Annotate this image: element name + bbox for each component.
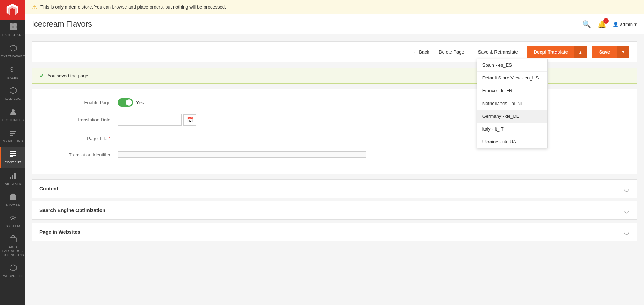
sidebar-item-system[interactable]: SYSTEM: [0, 210, 25, 232]
deepl-option-ukraine[interactable]: Ukraine - uk_UA: [477, 135, 547, 148]
marketing-icon: [9, 129, 17, 138]
svg-point-19: [12, 217, 14, 219]
svg-rect-11: [10, 151, 16, 152]
section-title-content: Content: [39, 186, 58, 192]
svg-point-7: [12, 109, 15, 112]
user-icon: 👤: [613, 22, 618, 27]
sidebar-label-dashboard: DASHBOARD: [2, 33, 24, 37]
toggle-slider: [118, 98, 133, 107]
svg-marker-21: [10, 265, 16, 271]
catalog-icon: [9, 87, 17, 95]
sidebar-item-webvision[interactable]: WEBVISION: [0, 260, 25, 282]
notification-bell[interactable]: 🔔 7: [597, 20, 606, 28]
svg-rect-12: [10, 153, 16, 154]
sidebar-items: DASHBOARD EXTENDWARE $ SALES CATALOG CUS…: [0, 20, 25, 282]
magento-logo-icon: [6, 4, 19, 16]
deepl-option-default[interactable]: Default Store View - en_US: [477, 72, 547, 84]
save-arrow-button[interactable]: ▼: [617, 46, 629, 58]
germany-arrow-indicator: →: [553, 48, 560, 56]
svg-rect-0: [10, 23, 13, 27]
success-text: You saved the page.: [48, 73, 90, 78]
page-title-label: Page Title: [39, 136, 110, 141]
system-icon: [9, 214, 17, 223]
svg-marker-6: [10, 87, 16, 94]
save-retranslate-button[interactable]: Save & Retranslate: [474, 46, 522, 57]
find-partners-icon: [9, 235, 17, 244]
sidebar-item-extendware[interactable]: EXTENDWARE: [0, 41, 25, 62]
translation-identifier-row: Translation Identifier: [39, 151, 629, 158]
sidebar-item-find-partners[interactable]: FIND PARTNERS & EXTENSIONS: [0, 232, 25, 260]
warning-icon: ⚠: [32, 4, 37, 10]
section-content: Content ◡: [32, 179, 637, 198]
page-title: Icecream Flavors: [32, 20, 92, 29]
enable-page-toggle[interactable]: [118, 98, 133, 107]
sidebar: DASHBOARD EXTENDWARE $ SALES CATALOG CUS…: [0, 0, 25, 305]
webvision-icon: [9, 264, 17, 273]
section-toggle-content: ◡: [624, 185, 629, 193]
sidebar-label-webvision: WEBVISION: [3, 274, 23, 278]
svg-rect-2: [10, 27, 13, 30]
sidebar-label-customers: CUSTOMERS: [2, 118, 24, 122]
calendar-button[interactable]: 📅: [183, 114, 196, 126]
enable-page-toggle-wrap: Yes: [118, 98, 144, 107]
chevron-down-icon: ▾: [634, 22, 637, 27]
sidebar-item-stores[interactable]: STORES: [0, 189, 25, 210]
section-header-page-in-websites[interactable]: Page in Websites ◡: [32, 223, 637, 241]
svg-marker-8: [10, 131, 16, 132]
section-header-seo[interactable]: Search Engine Optimization ◡: [32, 201, 637, 220]
sidebar-item-sales[interactable]: $ SALES: [0, 62, 25, 83]
deepl-option-italy[interactable]: italy - it_IT: [477, 123, 547, 135]
stores-icon: [9, 193, 17, 201]
content-area: ← Back Delete Page Save & Retranslate De…: [25, 34, 644, 305]
svg-rect-3: [13, 27, 17, 30]
action-bar: ← Back Delete Page Save & Retranslate De…: [32, 41, 637, 62]
sidebar-label-extendware: EXTENDWARE: [1, 55, 25, 59]
section-page-in-websites: Page in Websites ◡: [32, 223, 637, 241]
svg-rect-1: [13, 23, 17, 27]
enable-page-label: Enable Page: [39, 100, 110, 105]
save-button[interactable]: Save: [592, 46, 617, 58]
svg-rect-20: [10, 238, 16, 242]
notification-badge: 7: [603, 18, 609, 24]
demo-banner-text: This is only a demo store. You can brows…: [40, 4, 226, 10]
deepl-option-spain[interactable]: Spain - es_ES: [477, 59, 547, 72]
reports-icon: [9, 172, 17, 181]
page-title-input[interactable]: Icecream Flavors: [118, 133, 366, 144]
sections-container: Content ◡ Search Engine Optimization ◡ P…: [32, 179, 637, 241]
sidebar-label-system: SYSTEM: [6, 224, 20, 228]
sidebar-logo[interactable]: [0, 0, 25, 20]
delete-page-button[interactable]: Delete Page: [434, 46, 469, 57]
sidebar-item-customers[interactable]: CUSTOMERS: [0, 104, 25, 126]
sales-icon: $: [9, 66, 17, 74]
search-icon[interactable]: 🔍: [582, 20, 591, 28]
checkmark-icon: ✔: [39, 72, 44, 79]
back-button[interactable]: ← Back: [413, 49, 429, 55]
deepl-option-france[interactable]: France - fr_FR: [477, 84, 547, 97]
sidebar-item-dashboard[interactable]: DASHBOARD: [0, 20, 25, 41]
sidebar-item-catalog[interactable]: CATALOG: [0, 83, 25, 104]
admin-user-menu[interactable]: 👤 admin ▾: [613, 22, 637, 27]
sidebar-item-marketing[interactable]: MARKETING: [0, 126, 25, 147]
deepl-dropdown: Spain - es_ESDefault Store View - en_USF…: [477, 59, 548, 148]
deepl-option-germany[interactable]: Germany - de_DE: [477, 110, 547, 123]
svg-rect-14: [10, 156, 13, 157]
section-toggle-seo: ◡: [624, 206, 629, 214]
translation-identifier-value: [118, 151, 366, 158]
section-seo: Search Engine Optimization ◡: [32, 201, 637, 220]
sidebar-item-content[interactable]: CONTENT: [0, 147, 25, 168]
svg-rect-17: [14, 173, 16, 179]
deepl-translate-button[interactable]: Deepl Translate: [527, 46, 574, 58]
sidebar-item-reports[interactable]: REPORTS: [0, 168, 25, 189]
dashboard-icon: [9, 23, 17, 32]
deepl-translate-arrow-button[interactable]: ▲: [574, 46, 587, 58]
date-input-wrap: 📅: [118, 114, 196, 126]
header-right: 🔍 🔔 7 👤 admin ▾: [582, 20, 637, 28]
deepl-option-netherlands[interactable]: Netherlands - nl_NL: [477, 97, 547, 110]
svg-rect-13: [10, 155, 16, 156]
section-header-content[interactable]: Content ◡: [32, 179, 637, 198]
extendware-icon: [9, 44, 17, 53]
translation-date-input[interactable]: [118, 114, 182, 126]
back-label: ← Back: [413, 49, 429, 55]
sidebar-label-sales: SALES: [7, 76, 19, 80]
sidebar-label-reports: REPORTS: [5, 182, 21, 186]
